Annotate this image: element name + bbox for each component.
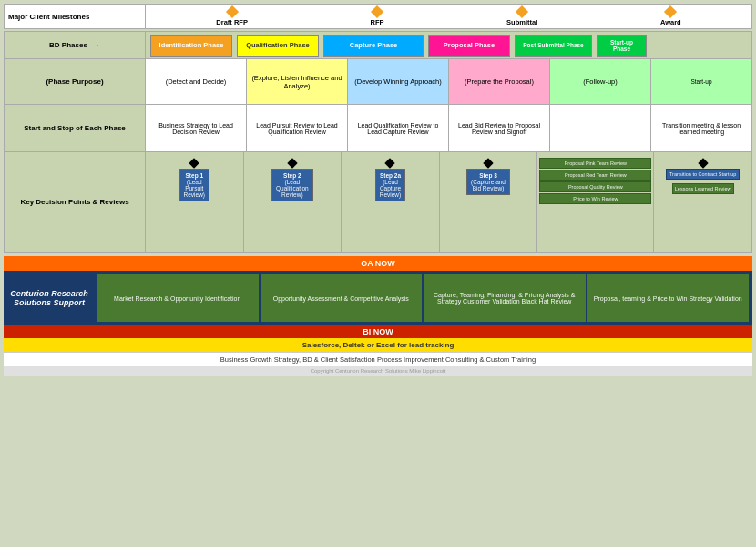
diamond-icon [226,5,239,17]
quality-review: Proposal Quality Review [539,181,651,192]
start-stop-row: Business Strategy to Lead Decision Revie… [146,105,751,152]
kdp-label: Key Decision Points & Reviews [5,152,145,253]
kdp-diamond-transition [698,158,708,168]
centurion-cell-2: Opportunity Assessment & Competitive Ana… [261,274,423,322]
milestones-row: Major Client Milestones Draft RFP RFP Su… [4,4,752,29]
phase-purpose-label: (Phase Purpose) [5,59,145,105]
kdp-diamond-2a [385,158,395,168]
oa-now-bar: OA NOW [4,256,752,271]
kdp-transition: Transition to Contract Start-up Lessons … [654,152,751,252]
main-container: Major Client Milestones Draft RFP RFP Su… [0,0,756,547]
centurion-cells: Market Research & Opportunity Identifica… [95,271,752,325]
transition-box: Transition to Contract Start-up [666,169,740,180]
step2-box: Step 2(LeadQualificationReview) [271,169,313,201]
phase-post-submittal: Post Submittal Phase [515,35,592,57]
centurion-cell-4: Proposal, teaming & Price to Win Strateg… [587,274,750,322]
purpose-develop: (Develop Winning Approach) [348,59,449,104]
bd-phases-row: Identification Phase Qualification Phase… [146,32,751,59]
phase-proposal: Proposal Phase [428,35,510,57]
salesforce-bar: Salesforce, Deltek or Excel for lead tra… [4,338,752,352]
copyright-bar: Copyright Centurion Research Solutions M… [4,366,752,376]
milestone-rfp: RFP [371,7,384,26]
step3-box: Step 3(Capture andBid Review) [466,169,510,195]
diamond-icon [371,5,383,17]
bottom-section: OA NOW Centurion Research Solutions Supp… [4,256,752,376]
milestones-content: Draft RFP RFP Submittal Award [146,5,751,28]
purpose-prepare: (Prepare the Proposal) [449,59,550,104]
centurion-cell-1: Market Research & Opportunity Identifica… [97,274,259,322]
centurion-row: Centurion Research Solutions Support Mar… [4,271,752,325]
kdp-diamond-1 [189,158,199,168]
startstop-2: Lead Pursuit Review to Lead Qualificatio… [247,105,348,151]
kdp-reviews: Proposal Pink Team Review Proposal Red T… [537,152,654,252]
startstop-6: Transition meeting & lesson learned meet… [651,105,751,151]
purpose-explore: (Explore, Listen Influence and Analyze) [247,59,348,104]
start-stop-label: Start and Stop of Each Phase [5,105,145,152]
step2a-box: Step 2a(LeadCaptureReview) [375,169,405,201]
phase-identification: Identification Phase [150,35,232,57]
red-team-review: Proposal Red Team Review [539,170,651,181]
phases-container: Identification Phase Qualification Phase… [146,32,651,59]
kdp-step1: Step 1(LeadPursuitReview) [146,152,244,252]
startstop-5 [550,105,651,151]
proposal-reviews: Proposal Pink Team Review Proposal Red T… [539,158,651,204]
phase-startup: Start-up Phase [597,35,647,57]
milestone-draft-rfp: Draft RFP [216,7,248,26]
bi-now-bar: BI NOW [4,325,752,338]
milestones-label: Major Client Milestones [5,5,146,28]
pink-team-review: Proposal Pink Team Review [539,158,651,169]
kdp-step2a: Step 2a(LeadCaptureReview) [342,152,440,252]
startstop-4: Lead Bid Review to Proposal Review and S… [449,105,550,151]
milestone-submittal: Submittal [506,7,537,26]
diamond-icon [516,5,528,17]
left-labels: BD Phases → (Phase Purpose) Start and St… [5,32,146,253]
phase-capture: Capture Phase [323,35,424,57]
kdp-step3: Step 3(Capture andBid Review) [440,152,538,252]
startstop-3: Lead Qualification Review to Lead Captur… [348,105,449,151]
main-grid: BD Phases → (Phase Purpose) Start and St… [4,31,752,253]
milestone-award: Award [660,7,681,26]
kdp-diamond-3 [483,158,493,168]
phase-qualification: Qualification Phase [237,35,319,57]
price-win-review: Price to Win Review [539,193,651,204]
purpose-followup: (Follow-up) [550,59,651,104]
bd-phases-label: BD Phases → [5,32,145,59]
startstop-1: Business Strategy to Lead Decision Revie… [146,105,247,151]
purpose-startup-cell: Start-up [651,59,751,104]
diamond-icon [664,5,677,17]
kdp-diamond-2 [287,158,297,168]
business-growth-bar: Business Growth Strategy, BD & Client Sa… [4,352,752,366]
centurion-label: Centurion Research Solutions Support [4,271,95,325]
lessons-learned-box: Lessons Learned Review [672,183,734,194]
kdp-step2: Step 2(LeadQualificationReview) [244,152,342,252]
kdp-row: Step 1(LeadPursuitReview) Step 2(LeadQua… [146,152,751,253]
right-content: Identification Phase Qualification Phase… [146,32,751,253]
phase-purpose-row: (Detect and Decide) (Explore, Listen Inf… [146,59,751,105]
purpose-detect: (Detect and Decide) [146,59,247,104]
centurion-cell-3: Capture, Teaming, Financing, & Pricing A… [424,274,586,322]
step1-box: Step 1(LeadPursuitReview) [179,169,209,201]
